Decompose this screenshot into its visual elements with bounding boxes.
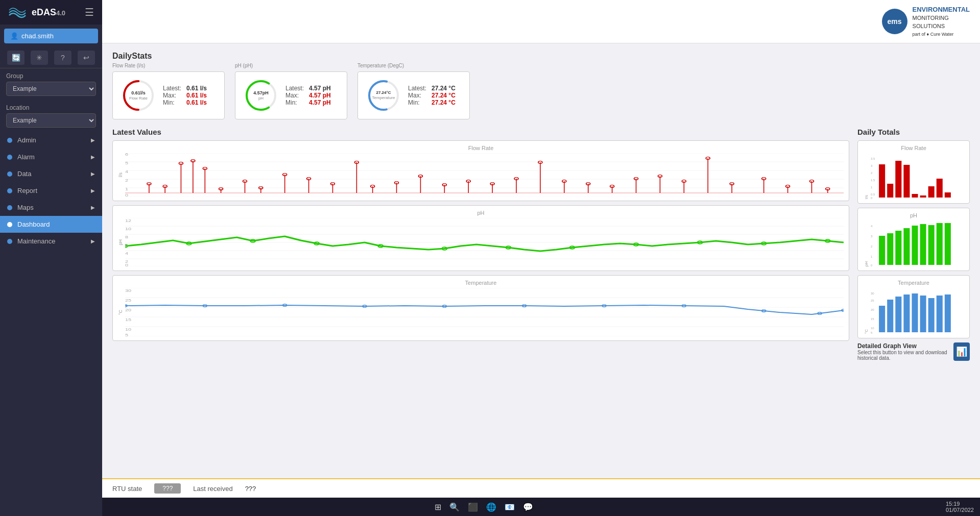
- detailed-graph-section: Detailed Graph View Select this button t…: [857, 342, 970, 361]
- admin-dot: [7, 138, 12, 143]
- svg-rect-141: [895, 161, 901, 198]
- daily-flow-title: Flow Rate: [863, 145, 964, 151]
- nav-item-maps[interactable]: Maps ▶: [0, 199, 102, 216]
- svg-rect-147: [945, 192, 951, 198]
- svg-rect-139: [879, 164, 885, 198]
- date: 01/07/2022: [946, 507, 974, 513]
- nav-item-data[interactable]: Data ▶: [0, 165, 102, 182]
- menu-toggle-button[interactable]: ☰: [85, 6, 94, 18]
- location-select[interactable]: Example: [6, 113, 96, 128]
- svg-text:6: 6: [125, 243, 128, 248]
- daily-ph-chart: pH pH 4 3 2 1 0: [857, 208, 970, 271]
- temperature-values: Latest: 27.24 °C Max: 27.24 °C Min: 27.2…: [408, 85, 456, 106]
- sidebar-header: eDAS4.0 ☰: [0, 0, 102, 24]
- taskview-icon[interactable]: ⬛: [468, 502, 478, 512]
- ph-chart-svg: 12 10 8 6 4 2 0: [125, 218, 844, 266]
- svg-rect-142: [903, 165, 910, 198]
- nav-arrow-admin: ▶: [91, 137, 95, 143]
- flow-rate-gauge: 0.61l/s Flow Rate: [120, 77, 157, 114]
- stat-card-ph: pH (pH) 4.57pH pH: [235, 63, 347, 119]
- svg-text:2: 2: [125, 179, 128, 183]
- svg-rect-170: [895, 297, 901, 332]
- svg-text:0: 0: [871, 264, 873, 266]
- help-button[interactable]: ?: [54, 51, 71, 65]
- svg-rect-175: [937, 296, 943, 332]
- svg-rect-154: [887, 233, 893, 265]
- svg-text:3: 3: [871, 235, 873, 238]
- nav-label-data: Data: [17, 170, 31, 178]
- logout-button[interactable]: ↩: [78, 51, 95, 65]
- svg-text:30: 30: [871, 292, 874, 295]
- svg-text:10: 10: [125, 227, 131, 231]
- ems-text: ENVIRONMENTAL MONITORING SOLUTIONS part …: [913, 5, 970, 38]
- daily-flow-y: l/s: [864, 195, 869, 199]
- svg-text:1: 1: [125, 187, 128, 191]
- stat-card-flow-rate: Flow Rate (l/s) 0.61l/s Flow Rate: [112, 63, 225, 119]
- svg-text:0: 0: [125, 263, 128, 266]
- daily-temp-title: Temperature: [863, 280, 964, 286]
- main-content: ems ENVIRONMENTAL MONITORING SOLUTIONS p…: [102, 0, 980, 498]
- search-icon[interactable]: 🔍: [449, 502, 460, 512]
- svg-rect-158: [920, 224, 926, 265]
- stats-row: Flow Rate (l/s) 0.61l/s Flow Rate: [112, 63, 970, 119]
- nav-item-alarm[interactable]: Alarm ▶: [0, 149, 102, 165]
- rtu-state-label: RTU state: [112, 485, 142, 493]
- svg-text:15: 15: [871, 317, 874, 321]
- detailed-graph-button[interactable]: 📊: [953, 342, 970, 361]
- svg-rect-143: [912, 194, 918, 198]
- flow-rate-chart-card: Flow Rate l/s: [112, 140, 849, 201]
- flow-rate-y-label: l/s: [118, 173, 123, 177]
- username: chad.smith: [21, 32, 54, 40]
- nav-arrow-maps: ▶: [91, 205, 95, 210]
- ph-y-label: pH: [118, 239, 123, 245]
- last-received-label: Last received: [193, 485, 232, 493]
- refresh-button[interactable]: 🔄: [7, 51, 25, 65]
- ph-label: pH (pH): [235, 63, 347, 68]
- nav-item-report[interactable]: Report ▶: [0, 182, 102, 199]
- nav-arrow-alarm: ▶: [91, 154, 95, 160]
- taskbar-center: ⊞ 🔍 ⬛ 🌐 📧 💬: [30, 502, 938, 512]
- alarm-dot: [7, 155, 12, 160]
- svg-text:0: 0: [871, 196, 873, 199]
- svg-rect-153: [879, 236, 885, 265]
- windows-icon[interactable]: ⊞: [435, 502, 441, 512]
- browser-icon[interactable]: 🌐: [486, 502, 496, 512]
- svg-text:25: 25: [871, 299, 874, 302]
- group-section: Group Example: [0, 68, 102, 100]
- main-nav: Admin ▶ Alarm ▶ Data ▶ Report ▶ Maps ▶ D…: [0, 132, 102, 250]
- group-select[interactable]: Example: [6, 82, 96, 96]
- svg-text:4: 4: [125, 252, 128, 256]
- svg-text:1: 1: [871, 186, 873, 189]
- teams-icon[interactable]: 💬: [523, 502, 533, 512]
- daily-ph-y: pH: [864, 261, 869, 266]
- dashboard-dot: [7, 222, 12, 227]
- maintenance-dot: [7, 239, 12, 244]
- temperature-chart-svg: 30 25 20 15 10 5: [125, 288, 844, 336]
- nav-item-admin[interactable]: Admin ▶: [0, 132, 102, 149]
- nav-label-dashboard: Dashboard: [17, 220, 50, 228]
- flow-rate-chart-title: Flow Rate: [118, 145, 844, 151]
- svg-rect-169: [887, 300, 893, 332]
- taskbar-right: 15:19 01/07/2022: [946, 501, 974, 513]
- nav-item-dashboard[interactable]: Dashboard: [0, 216, 102, 233]
- nav-label-maintenance: Maintenance: [17, 237, 55, 245]
- report-dot: [7, 188, 12, 193]
- temperature-chart-title: Temperature: [118, 280, 844, 286]
- svg-text:5: 5: [871, 331, 873, 334]
- daily-flow-rate-chart: Flow Rate l/s 3.5 3 2 1.5 1 0.5 0: [857, 140, 970, 204]
- mail-icon[interactable]: 📧: [505, 502, 515, 512]
- svg-rect-172: [912, 293, 918, 332]
- nav-item-maintenance[interactable]: Maintenance ▶: [0, 233, 102, 250]
- svg-text:3.5: 3.5: [871, 157, 875, 160]
- user-icon: 👤: [10, 32, 18, 40]
- settings-button[interactable]: ✳: [31, 51, 48, 65]
- svg-text:1.5: 1.5: [871, 179, 875, 182]
- svg-text:6: 6: [125, 153, 128, 157]
- ph-gauge: 4.57pH pH: [243, 77, 279, 114]
- svg-rect-146: [937, 179, 943, 198]
- sidebar: eDAS4.0 ☰ 👤 chad.smith 🔄 ✳ ? ↩ Group Exa…: [0, 0, 102, 516]
- daily-flow-svg: 3.5 3 2 1.5 1 0.5 0: [871, 156, 963, 199]
- svg-rect-160: [937, 223, 943, 265]
- svg-text:15: 15: [125, 318, 131, 322]
- svg-rect-168: [879, 306, 885, 332]
